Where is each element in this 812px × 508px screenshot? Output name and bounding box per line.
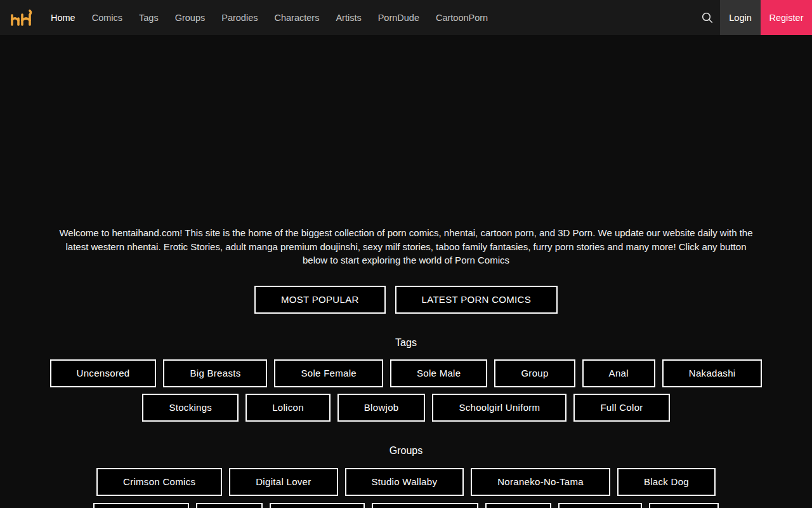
group-button-digital-lover[interactable]: Digital Lover <box>229 468 337 496</box>
group-button-partial[interactable] <box>485 503 551 508</box>
tags-heading: Tags <box>0 337 812 349</box>
nav-item-comics[interactable]: Comics <box>92 13 122 23</box>
group-button-crimson-comics[interactable]: Crimson Comics <box>96 468 222 496</box>
groups-heading: Groups <box>0 445 812 457</box>
tag-button-blowjob[interactable]: Blowjob <box>337 394 426 422</box>
hentaihand-logo-icon <box>8 6 34 30</box>
tag-button-big-breasts[interactable]: Big Breasts <box>163 359 267 387</box>
tags-row-1: Uncensored Big Breasts Sole Female Sole … <box>0 359 812 387</box>
tag-button-group[interactable]: Group <box>494 359 575 387</box>
nav-item-tags[interactable]: Tags <box>139 13 159 23</box>
nav-item-groups[interactable]: Groups <box>175 13 206 23</box>
groups-row-2-partial <box>0 503 812 508</box>
search-button[interactable] <box>695 0 720 35</box>
tags-row-2: Stockings Lolicon Blowjob Schoolgirl Uni… <box>0 394 812 422</box>
nav-item-artists[interactable]: Artists <box>336 13 361 23</box>
tag-button-anal[interactable]: Anal <box>582 359 655 387</box>
cta-row: MOST POPULAR LATEST PORN COMICS <box>0 286 812 314</box>
group-button-studio-wallaby[interactable]: Studio Wallaby <box>345 468 464 496</box>
groups-row-1: Crimson Comics Digital Lover Studio Wall… <box>0 468 812 496</box>
navbar: Home Comics Tags Groups Parodies Charact… <box>0 0 812 35</box>
nav-links: Home Comics Tags Groups Parodies Charact… <box>51 13 488 23</box>
login-button[interactable]: Login <box>720 0 761 35</box>
most-popular-button[interactable]: MOST POPULAR <box>254 286 386 314</box>
tag-button-stockings[interactable]: Stockings <box>142 394 239 422</box>
group-button-partial[interactable] <box>93 503 189 508</box>
tag-button-full-color[interactable]: Full Color <box>573 394 669 422</box>
group-button-partial[interactable] <box>558 503 642 508</box>
group-button-noraneko-no-tama[interactable]: Noraneko-No-Tama <box>471 468 610 496</box>
group-button-partial[interactable] <box>270 503 365 508</box>
group-button-partial[interactable] <box>196 503 263 508</box>
nav-item-characters[interactable]: Characters <box>274 13 319 23</box>
tag-button-sole-female[interactable]: Sole Female <box>274 359 383 387</box>
group-button-partial[interactable] <box>649 503 719 508</box>
nav-item-home[interactable]: Home <box>51 13 75 23</box>
tag-button-sole-male[interactable]: Sole Male <box>390 359 487 387</box>
nav-item-porndude[interactable]: PornDude <box>378 13 419 23</box>
search-icon <box>702 12 713 23</box>
group-button-partial[interactable] <box>372 503 478 508</box>
tag-button-nakadashi[interactable]: Nakadashi <box>662 359 763 387</box>
welcome-text: Welcome to hentaihand.com! This site is … <box>56 226 756 267</box>
nav-item-cartoonporn[interactable]: CartoonPorn <box>436 13 488 23</box>
group-button-black-dog[interactable]: Black Dog <box>617 468 716 496</box>
register-button[interactable]: Register <box>761 0 812 35</box>
site-logo[interactable] <box>0 0 42 35</box>
latest-porn-comics-button[interactable]: LATEST PORN COMICS <box>395 286 558 314</box>
tag-button-lolicon[interactable]: Lolicon <box>246 394 331 422</box>
nav-item-parodies[interactable]: Parodies <box>221 13 258 23</box>
tag-button-uncensored[interactable]: Uncensored <box>50 359 157 387</box>
tag-button-schoolgirl-uniform[interactable]: Schoolgirl Uniform <box>432 394 566 422</box>
